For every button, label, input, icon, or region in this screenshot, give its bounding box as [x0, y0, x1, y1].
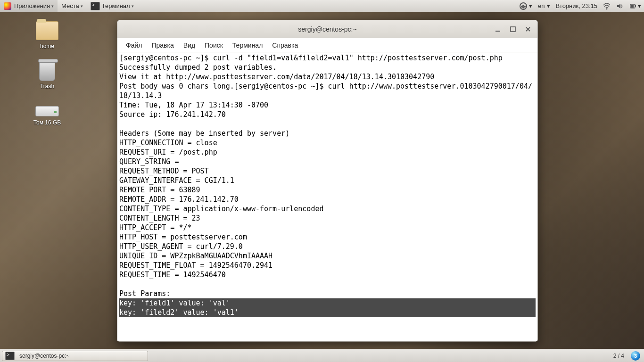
svg-rect-2	[635, 5, 636, 7]
menu-help[interactable]: Справка	[268, 40, 302, 50]
applications-menu[interactable]: Приложения ▾	[0, 0, 58, 12]
notification-count: 3	[634, 353, 637, 359]
desktop-icon-home[interactable]: home	[26, 21, 68, 49]
svg-rect-3	[631, 5, 634, 8]
terminal-output: [sergiy@centos-pc ~]$ curl -d "field1=va…	[119, 54, 532, 298]
terminal-window: sergiy@centos-pc:~ Файл Правка Вид Поиск…	[117, 20, 538, 342]
places-label: Места	[61, 2, 79, 9]
accessibility-menu[interactable]: ▾	[517, 0, 535, 12]
svg-point-0	[606, 8, 608, 9]
desktop-icon-label: Trash	[26, 83, 68, 90]
applications-label: Приложения	[14, 2, 50, 9]
desktop-icon-label: Том 16 GB	[26, 119, 68, 126]
notification-badge[interactable]: 3	[631, 351, 640, 361]
workspace-label: 2 / 4	[613, 353, 624, 359]
close-button[interactable]	[521, 24, 535, 35]
maximize-icon	[510, 26, 516, 32]
menu-edit[interactable]: Правка	[148, 40, 177, 50]
chevron-down-icon: ▾	[547, 2, 550, 9]
chevron-down-icon: ▾	[81, 4, 83, 8]
desktop-icon-trash[interactable]: Trash	[26, 61, 68, 90]
minimize-icon	[495, 26, 501, 32]
terminal-launcher[interactable]: Терминал ▾	[87, 0, 138, 12]
top-panel-left: Приложения ▾ Места ▾ Терминал ▾	[0, 0, 138, 12]
chevron-down-icon: ▾	[51, 4, 54, 8]
menubar: Файл Правка Вид Поиск Терминал Справка	[117, 38, 537, 52]
keyboard-layout-menu[interactable]: en ▾	[535, 0, 553, 12]
menu-search[interactable]: Поиск	[201, 40, 227, 50]
terminal-icon	[91, 2, 100, 10]
battery-menu[interactable]: ▾	[627, 0, 644, 12]
clock-label: Вторник, 23:15	[556, 2, 597, 9]
top-panel-right: ▾ en ▾ Вторник, 23:15 ▾	[517, 0, 644, 12]
network-menu[interactable]	[600, 0, 613, 12]
top-panel: Приложения ▾ Места ▾ Терминал ▾ ▾ en ▾ В…	[0, 0, 644, 12]
minimize-button[interactable]	[491, 24, 504, 35]
chevron-down-icon: ▾	[638, 2, 641, 9]
wifi-icon	[603, 2, 611, 10]
chevron-down-icon: ▾	[529, 2, 532, 9]
svg-rect-4	[495, 31, 500, 32]
chevron-down-icon: ▾	[132, 4, 134, 8]
menu-file[interactable]: Файл	[122, 40, 146, 50]
folder-icon	[36, 21, 58, 40]
accessibility-icon	[520, 2, 527, 10]
volume-icon	[616, 2, 624, 10]
titlebar[interactable]: sergiy@centos-pc:~	[117, 20, 537, 38]
close-icon	[525, 26, 531, 32]
terminal-icon	[5, 352, 15, 360]
window-controls	[491, 20, 535, 38]
terminal-launcher-label: Терминал	[102, 2, 130, 9]
volume-menu[interactable]	[613, 0, 627, 12]
window-title: sergiy@centos-pc:~	[117, 25, 537, 33]
desktop-icons: home Trash Том 16 GB	[26, 21, 68, 126]
desktop-icon-volume[interactable]: Том 16 GB	[26, 101, 68, 126]
workspace-indicator[interactable]: 2 / 4	[609, 353, 629, 359]
gnome-foot-icon	[4, 2, 11, 10]
terminal-selection: key: 'field1' value: 'val' key: 'fileld2…	[119, 298, 536, 317]
battery-icon	[629, 2, 637, 10]
maximize-button[interactable]	[506, 24, 520, 35]
keyboard-layout-label: en	[538, 2, 545, 9]
clock[interactable]: Вторник, 23:15	[553, 0, 600, 12]
menu-terminal[interactable]: Терминал	[229, 40, 266, 50]
taskbar-item-terminal[interactable]: sergiy@centos-pc:~	[2, 351, 148, 361]
bottom-panel: sergiy@centos-pc:~ 2 / 4 3	[0, 349, 644, 362]
terminal-content[interactable]: [sergiy@centos-pc ~]$ curl -d "field1=va…	[117, 52, 537, 341]
taskbar-item-label: sergiy@centos-pc:~	[19, 353, 70, 359]
desktop-icon-label: home	[26, 43, 68, 49]
svg-rect-5	[511, 27, 515, 32]
drive-icon	[35, 106, 59, 116]
menu-view[interactable]: Вид	[180, 40, 199, 50]
trash-icon	[39, 61, 55, 81]
places-menu[interactable]: Места ▾	[58, 0, 87, 12]
